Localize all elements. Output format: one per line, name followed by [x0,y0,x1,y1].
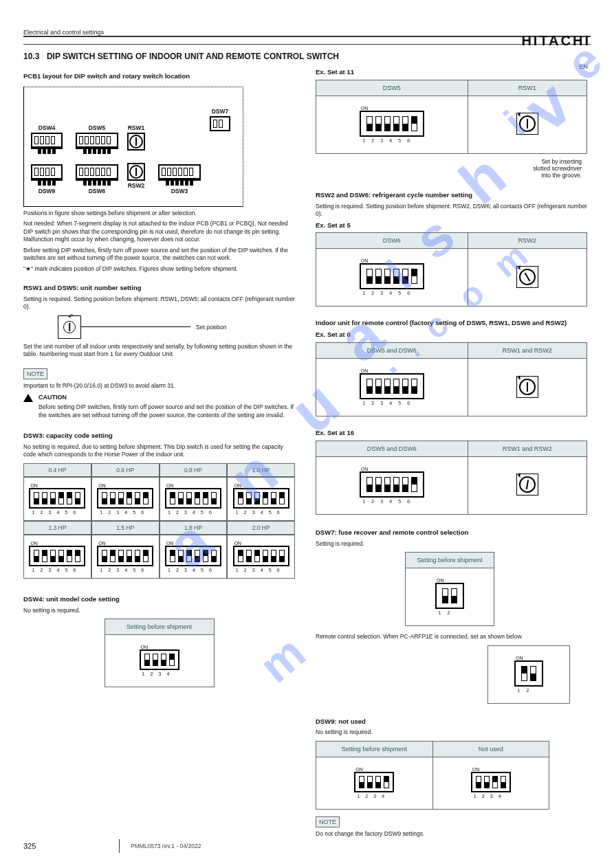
note-1: Important to fit RPI-(20.0/16.0) at DSW3… [23,382,295,390]
dsw3-dip-7: ON123456 [227,535,295,579]
dsw3-grid: 0.4 HP0.6 HP0.8 HP1.0 HPON123456ON123456… [23,463,295,579]
left-column: PCB1 layout for DIP switch and rotary sw… [23,65,295,841]
caution-text: Before setting DIP switches, firstly tur… [39,403,295,419]
section-number: 10.3 [23,52,39,61]
right-column: Ex. Set at 11 DSW5RSW1 ON123456 Set by i… [316,65,587,841]
dsw3-dip-5: ON123456 [91,535,160,579]
dsw9-th2: Not used [432,741,549,757]
dsw9-table: Setting before shipmentNot used ON1234ON… [316,741,549,810]
lbl-dsw3: DSW3 [158,188,201,194]
lbl-dsw5: DSW5 [76,124,118,131]
section-heading: 10.3 DIP SWITCH SETTING OF INDOOR UNIT A… [23,52,591,61]
dsw3-dip-2: ON123456 [160,477,228,521]
ex16-heading: Ex. Set at 16 [316,429,587,438]
dip-dsw3 [158,164,201,179]
rot-rsw1 [127,133,145,151]
dsw4-th: Setting before shipment [105,619,214,635]
dsw7-table2: ON12 [487,645,570,704]
dip-dsw9 [31,164,63,179]
dsw3-col-2: 0.8 HP [160,463,228,477]
remote-rotary [516,376,538,398]
dsw7-table: Setting before shipment ON12 [405,552,494,626]
lbl-dsw9: DSW9 [31,188,63,194]
dsw7-th: Setting before shipment [406,553,494,568]
dip-dsw7 [210,116,230,131]
dsw9-heading: DSW9: not used [316,717,587,726]
remote-heading: Indoor unit for remote control (factory … [316,319,587,328]
lbl-dsw6: DSW6 [76,188,118,194]
dsw3-col-1: 0.6 HP [91,463,160,477]
rot-rsw2 [127,163,145,181]
setpos-label: Set position [196,324,226,331]
brand-logo: HITACHI [521,33,591,49]
pcb-diagram: DSW4 DSW5 RSW1 DSW7 [23,87,243,207]
remote-table: DSW5 and DSW6RSW1 and RSW2 ON123456 [316,342,587,416]
intro-p3: Before setting DIP switches, firstly tur… [23,247,295,263]
lbl-rsw2: RSW2 [127,182,145,189]
footer: 325 PMML0573 rev.1 - 04/2022 [23,839,591,853]
remote-ex: Ex. Set at 0 [316,331,587,340]
ex16-rotary [516,474,538,496]
remote-th2: RSW1 and RSW2 [468,343,586,359]
ex11-sub: Set by inserting slotted screwdriver int… [316,158,582,179]
dsw7-text2: Remote control selection. When PC-ARFP1E… [316,633,587,641]
dsw3-dip-4: ON123456 [23,535,91,579]
dip-dsw5 [76,133,118,148]
dip-dsw6 [76,164,118,179]
dsw3-dip-6: ON123456 [160,535,228,579]
ex11-th2: RSW1 [468,80,586,96]
dsw3-heading: DSW3: capacity code setting [23,432,295,441]
dsw4-table: Setting before shipment ON1234 [105,619,215,687]
intro-p2: Not needed: When 7-segment display is no… [23,220,295,243]
dsw3-text: No setting is required, due to setting b… [23,443,295,459]
rsw2-ex: Ex. Set at 5 [316,221,587,230]
rsw2-text: Setting is required. Setting position be… [316,203,587,219]
ex16-th2: RSW1 and RSW2 [468,441,586,456]
rsw-p1: Setting is required. Setting position be… [23,296,295,311]
dsw3-col-6: 1.8 HP [160,521,228,535]
intro-p1: Positions in figure show settings before… [23,210,295,217]
dsw3-dip-1: ON123456 [91,477,160,521]
ex16-th1: DSW5 and DSW6 [316,441,468,456]
rule-top2 [23,44,591,45]
dsw9-note: Do not change the factory DSW9 settings. [316,830,587,838]
rsw2-heading: RSW2 and DSW6: refrigerant cycle number … [316,191,587,200]
ex16-table: DSW5 and DSW6RSW1 and RSW2 ON123456 [316,441,587,515]
doc-ref: PMML0573 rev.1 - 04/2022 [127,843,591,849]
dsw3-dip-0: ON123456 [23,477,91,521]
setpos-figure: ↶ Set position [58,315,295,339]
lbl-dsw4: DSW4 [31,124,63,131]
page-number: 325 [23,839,120,853]
dsw3-col-4: 1.3 HP [23,521,91,535]
pcb-caption: PCB1 layout for DIP switch and rotary sw… [23,72,295,81]
rsw-p2: Set the unit number of all indoor units … [23,343,295,359]
dsw3-col-5: 1.5 HP [91,521,160,535]
rsw2-th1: DSW6 [316,233,468,249]
rsw2-th2: RSW2 [468,233,586,249]
note-head-1: NOTE [23,368,47,379]
rule-top [23,36,591,37]
ex11-rotary [516,113,538,135]
ex11-table: DSW5RSW1 ON123456 [316,80,587,154]
intro-star: "★" mark indicates position of DIP switc… [23,265,295,273]
dsw7-heading: DSW7: fuse recover and remote control se… [316,528,587,537]
dsw9-text: No setting is required. [316,728,587,736]
dip-dsw4 [31,133,63,148]
caution-block: CAUTION Before setting DIP switches, fir… [23,394,295,422]
ex11-th1: DSW5 [316,80,468,96]
dsw7-text: Setting is required. [316,540,587,548]
lang-indicator: EN [579,63,588,70]
lbl-dsw7: DSW7 [210,108,230,115]
pretitle: Electrical and control settings [23,29,591,36]
rsw2-table: DSW6RSW2 ON123456 [316,232,587,307]
dsw3-col-7: 2.0 HP [227,521,295,535]
remote-th1: DSW5 and DSW6 [316,343,468,359]
dsw9-th1: Setting before shipment [316,741,433,757]
caution-head: CAUTION [39,394,295,401]
dsw9-note-head: NOTE [316,816,340,827]
rsw-heading: RSW1 and DSW5: unit number setting [23,284,295,293]
lbl-rsw1: RSW1 [127,124,145,131]
ex11-heading: Ex. Set at 11 [316,68,587,77]
dsw3-col-0: 0.4 HP [23,463,91,477]
rsw2-rotary [516,266,538,288]
